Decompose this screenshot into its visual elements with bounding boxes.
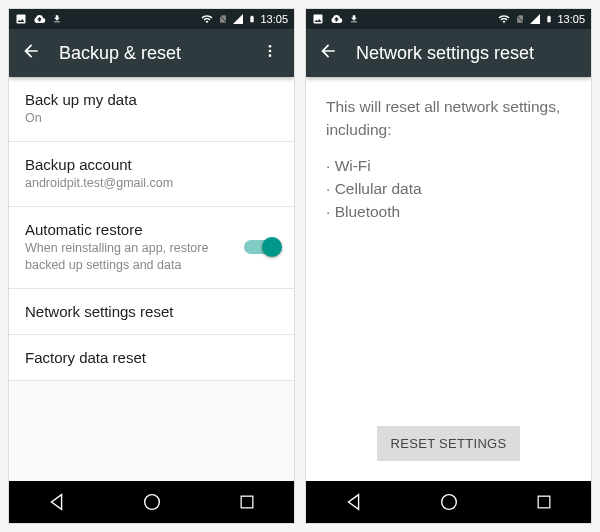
svg-rect-6 xyxy=(538,496,550,508)
status-time: 13:05 xyxy=(260,13,288,25)
description-block: This will reset all network settings, in… xyxy=(306,77,591,241)
spacer xyxy=(306,241,591,412)
list-item: Wi-Fi xyxy=(326,154,571,177)
setting-subtitle: When reinstalling an app, restore backed… xyxy=(25,240,234,274)
nav-back-button[interactable] xyxy=(343,491,365,513)
svg-point-0 xyxy=(269,45,272,48)
download-icon xyxy=(52,13,62,25)
status-time: 13:05 xyxy=(557,13,585,25)
setting-backup-account[interactable]: Backup account androidpit.test@gmail.com xyxy=(9,142,294,207)
nav-home-button[interactable] xyxy=(141,491,163,513)
back-button[interactable] xyxy=(318,41,338,65)
setting-title: Automatic restore xyxy=(25,221,234,238)
phone-network-reset: 13:05 Network settings reset This will r… xyxy=(305,8,592,524)
svg-point-2 xyxy=(269,54,272,57)
svg-point-1 xyxy=(269,50,272,53)
setting-title: Back up my data xyxy=(25,91,278,108)
signal-icon xyxy=(232,13,244,25)
cloud-upload-icon xyxy=(33,13,46,25)
spacer xyxy=(9,381,294,482)
svg-point-3 xyxy=(145,495,160,510)
setting-title: Backup account xyxy=(25,156,278,173)
nav-home-button[interactable] xyxy=(438,491,460,513)
setting-backup-my-data[interactable]: Back up my data On xyxy=(9,77,294,142)
nav-recent-button[interactable] xyxy=(237,492,257,512)
battery-icon xyxy=(248,13,256,25)
cloud-upload-icon xyxy=(330,13,343,25)
wifi-icon xyxy=(497,13,511,25)
description-list: Wi-Fi Cellular data Bluetooth xyxy=(326,154,571,224)
app-bar: Backup & reset xyxy=(9,29,294,77)
navigation-bar xyxy=(9,481,294,523)
appbar-title: Backup & reset xyxy=(59,43,240,64)
status-bar: 13:05 xyxy=(306,9,591,29)
download-icon xyxy=(349,13,359,25)
list-item: Bluetooth xyxy=(326,200,571,223)
nav-recent-button[interactable] xyxy=(534,492,554,512)
reset-settings-button[interactable]: RESET SETTINGS xyxy=(377,426,521,461)
setting-subtitle: On xyxy=(25,110,278,127)
navigation-bar xyxy=(306,481,591,523)
setting-title: Factory data reset xyxy=(25,349,278,366)
no-sim-icon xyxy=(218,13,228,25)
toggle-thumb xyxy=(262,237,282,257)
settings-list: Back up my data On Backup account androi… xyxy=(9,77,294,481)
back-button[interactable] xyxy=(21,41,41,65)
no-sim-icon xyxy=(515,13,525,25)
setting-factory-data-reset[interactable]: Factory data reset xyxy=(9,335,294,381)
status-bar: 13:05 xyxy=(9,9,294,29)
content: This will reset all network settings, in… xyxy=(306,77,591,481)
phone-backup-reset: 13:05 Backup & reset Back up my data On … xyxy=(8,8,295,524)
svg-rect-4 xyxy=(241,496,253,508)
image-icon xyxy=(15,13,27,25)
setting-network-settings-reset[interactable]: Network settings reset xyxy=(9,289,294,335)
setting-title: Network settings reset xyxy=(25,303,278,320)
setting-subtitle: androidpit.test@gmail.com xyxy=(25,175,278,192)
description-text: This will reset all network settings, in… xyxy=(326,95,571,142)
image-icon xyxy=(312,13,324,25)
svg-point-5 xyxy=(442,495,457,510)
nav-back-button[interactable] xyxy=(46,491,68,513)
list-item: Cellular data xyxy=(326,177,571,200)
setting-automatic-restore[interactable]: Automatic restore When reinstalling an a… xyxy=(9,207,294,289)
overflow-menu-button[interactable] xyxy=(258,39,282,67)
signal-icon xyxy=(529,13,541,25)
app-bar: Network settings reset xyxy=(306,29,591,77)
button-area: RESET SETTINGS xyxy=(306,412,591,481)
battery-icon xyxy=(545,13,553,25)
appbar-title: Network settings reset xyxy=(356,43,579,64)
toggle-automatic-restore[interactable] xyxy=(244,240,278,254)
wifi-icon xyxy=(200,13,214,25)
